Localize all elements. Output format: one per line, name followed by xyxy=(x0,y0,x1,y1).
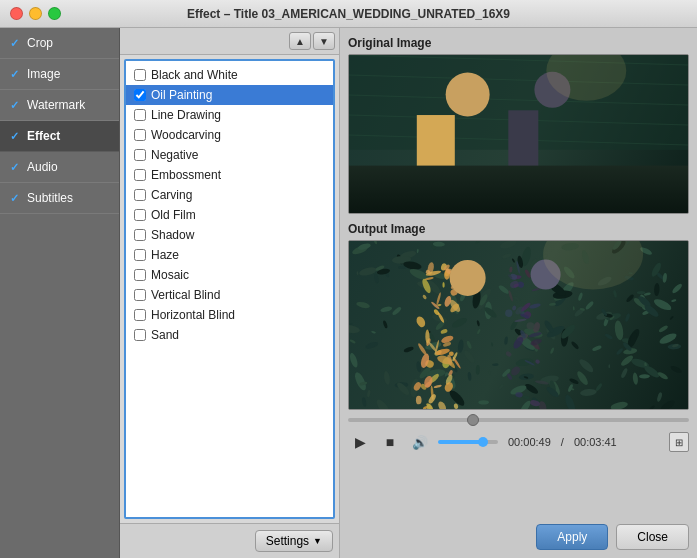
effect-label-carving: Carving xyxy=(151,188,192,202)
effect-item-woodcarving[interactable]: Woodcarving xyxy=(126,125,333,145)
sidebar-label-subtitles: Subtitles xyxy=(27,191,73,205)
sidebar-label-audio: Audio xyxy=(27,160,58,174)
volume-thumb[interactable] xyxy=(478,437,488,447)
list-toolbar: ▲ ▼ xyxy=(120,28,339,55)
play-button[interactable]: ▶ xyxy=(348,430,372,454)
sidebar-item-watermark[interactable]: ✓ Watermark xyxy=(0,90,119,121)
effect-checkbox-horizontal-blind[interactable] xyxy=(134,309,146,321)
original-label: Original Image xyxy=(348,36,689,50)
sidebar-label-crop: Crop xyxy=(27,36,53,50)
effect-label-mosaic: Mosaic xyxy=(151,268,189,282)
settings-bar: Settings ▼ xyxy=(120,523,339,558)
output-label: Output Image xyxy=(348,222,689,236)
effect-label-horizontal-blind: Horizontal Blind xyxy=(151,308,235,322)
effect-label-haze: Haze xyxy=(151,248,179,262)
sidebar-item-effect[interactable]: ✓ Effect xyxy=(0,121,119,152)
effect-item-carving[interactable]: Carving xyxy=(126,185,333,205)
maximize-window-button[interactable] xyxy=(48,7,61,20)
effect-checkbox-sand[interactable] xyxy=(134,329,146,341)
window-controls xyxy=(10,7,61,20)
close-window-button[interactable] xyxy=(10,7,23,20)
scrubber-thumb[interactable] xyxy=(467,414,479,426)
sidebar-check-audio: ✓ xyxy=(10,161,22,174)
bottom-bar: Apply Close xyxy=(348,518,689,550)
sidebar-label-effect: Effect xyxy=(27,129,60,143)
effect-checkbox-mosaic[interactable] xyxy=(134,269,146,281)
sidebar-check-watermark: ✓ xyxy=(10,99,22,112)
sidebar: ✓ Crop ✓ Image ✓ Watermark ✓ Effect ✓ Au… xyxy=(0,28,120,558)
effect-item-embossment[interactable]: Embossment xyxy=(126,165,333,185)
effect-checkbox-oil-painting[interactable] xyxy=(134,89,146,101)
effect-item-negative[interactable]: Negative xyxy=(126,145,333,165)
window-title: Effect – Title 03_AMERICAN_WEDDING_UNRAT… xyxy=(187,7,510,21)
apply-button[interactable]: Apply xyxy=(536,524,608,550)
effect-checkbox-woodcarving[interactable] xyxy=(134,129,146,141)
sidebar-label-image: Image xyxy=(27,67,60,81)
effect-checkbox-vertical-blind[interactable] xyxy=(134,289,146,301)
controls-bar: ▶ ■ 🔊 00:00:49 / 00:03:41 ⊞ xyxy=(348,430,689,454)
settings-chevron-icon: ▼ xyxy=(313,536,322,546)
right-panel: Original Image Output Image ▶ ■ 🔊 00:00:… xyxy=(340,28,697,558)
time-total: 00:03:41 xyxy=(574,436,617,448)
effect-checkbox-carving[interactable] xyxy=(134,189,146,201)
sidebar-check-image: ✓ xyxy=(10,68,22,81)
effect-item-line-drawing[interactable]: Line Drawing xyxy=(126,105,333,125)
stop-button[interactable]: ■ xyxy=(378,430,402,454)
effect-item-horizontal-blind[interactable]: Horizontal Blind xyxy=(126,305,333,325)
effect-item-old-film[interactable]: Old Film xyxy=(126,205,333,225)
effect-label-old-film: Old Film xyxy=(151,208,196,222)
sidebar-item-audio[interactable]: ✓ Audio xyxy=(0,152,119,183)
title-bar: Effect – Title 03_AMERICAN_WEDDING_UNRAT… xyxy=(0,0,697,28)
effect-label-shadow: Shadow xyxy=(151,228,194,242)
volume-icon: 🔊 xyxy=(412,435,428,450)
effect-checkbox-embossment[interactable] xyxy=(134,169,146,181)
minimize-window-button[interactable] xyxy=(29,7,42,20)
nav-down-button[interactable]: ▼ xyxy=(313,32,335,50)
effect-label-black-and-white: Black and White xyxy=(151,68,238,82)
effect-checkbox-negative[interactable] xyxy=(134,149,146,161)
effect-label-line-drawing: Line Drawing xyxy=(151,108,221,122)
frame-button[interactable]: ⊞ xyxy=(669,432,689,452)
effect-label-vertical-blind: Vertical Blind xyxy=(151,288,220,302)
effect-item-oil-painting[interactable]: Oil Painting xyxy=(126,85,333,105)
sidebar-check-effect: ✓ xyxy=(10,130,22,143)
time-separator: / xyxy=(561,436,564,448)
effect-label-negative: Negative xyxy=(151,148,198,162)
effect-item-black-and-white[interactable]: Black and White xyxy=(126,65,333,85)
effect-checkbox-black-and-white[interactable] xyxy=(134,69,146,81)
sidebar-label-watermark: Watermark xyxy=(27,98,85,112)
sidebar-check-crop: ✓ xyxy=(10,37,22,50)
sidebar-item-subtitles[interactable]: ✓ Subtitles xyxy=(0,183,119,214)
close-button[interactable]: Close xyxy=(616,524,689,550)
effect-checkbox-shadow[interactable] xyxy=(134,229,146,241)
sidebar-check-subtitles: ✓ xyxy=(10,192,22,205)
effects-panel: ▲ ▼ Black and WhiteOil PaintingLine Draw… xyxy=(120,28,340,558)
effects-list[interactable]: Black and WhiteOil PaintingLine DrawingW… xyxy=(124,59,335,519)
sidebar-item-image[interactable]: ✓ Image xyxy=(0,59,119,90)
nav-up-button[interactable]: ▲ xyxy=(289,32,311,50)
output-canvas xyxy=(349,241,688,409)
effect-checkbox-haze[interactable] xyxy=(134,249,146,261)
original-canvas xyxy=(349,55,688,213)
sidebar-item-crop[interactable]: ✓ Crop xyxy=(0,28,119,59)
volume-slider[interactable] xyxy=(438,440,498,444)
original-image-preview xyxy=(348,54,689,214)
settings-label: Settings xyxy=(266,534,309,548)
scrubber-container xyxy=(348,418,689,422)
effect-checkbox-line-drawing[interactable] xyxy=(134,109,146,121)
time-current: 00:00:49 xyxy=(508,436,551,448)
effect-item-vertical-blind[interactable]: Vertical Blind xyxy=(126,285,333,305)
timeline-scrubber[interactable] xyxy=(348,418,689,422)
effect-item-sand[interactable]: Sand xyxy=(126,325,333,345)
main-content: ✓ Crop ✓ Image ✓ Watermark ✓ Effect ✓ Au… xyxy=(0,28,697,558)
effect-label-woodcarving: Woodcarving xyxy=(151,128,221,142)
volume-button[interactable]: 🔊 xyxy=(408,430,432,454)
effect-label-embossment: Embossment xyxy=(151,168,221,182)
effect-checkbox-old-film[interactable] xyxy=(134,209,146,221)
effect-label-sand: Sand xyxy=(151,328,179,342)
settings-button[interactable]: Settings ▼ xyxy=(255,530,333,552)
effect-item-shadow[interactable]: Shadow xyxy=(126,225,333,245)
effect-item-mosaic[interactable]: Mosaic xyxy=(126,265,333,285)
effect-item-haze[interactable]: Haze xyxy=(126,245,333,265)
effect-label-oil-painting: Oil Painting xyxy=(151,88,212,102)
